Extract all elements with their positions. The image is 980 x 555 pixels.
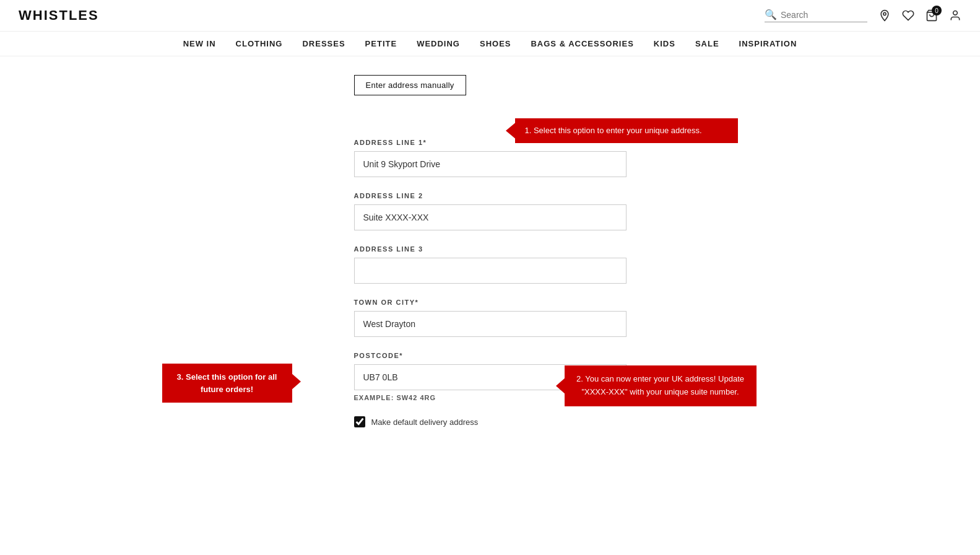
town-input[interactable] <box>354 311 627 337</box>
main-content: Enter address manually 1. Select this op… <box>0 56 980 465</box>
tooltip-2: 2. You can now enter your UK address! Up… <box>565 365 757 406</box>
wishlist-icon[interactable] <box>902 9 914 22</box>
cart-icon-wrap[interactable]: 0 <box>926 9 938 22</box>
search-input[interactable] <box>781 10 867 20</box>
location-icon[interactable] <box>878 9 891 22</box>
search-icon: 🔍 <box>765 9 777 20</box>
search-box[interactable]: 🔍 <box>765 9 867 22</box>
tooltip-3: 3. Select this option for all future ord… <box>162 364 292 403</box>
form-container: Enter address manually 1. Select this op… <box>342 75 639 427</box>
default-delivery-row: Make default delivery address <box>354 416 627 427</box>
address-line1-input[interactable] <box>354 151 627 177</box>
address-line3-group: ADDRESS LINE 3 <box>354 245 627 284</box>
address-line2-group: ADDRESS LINE 2 2. You can now enter your… <box>354 192 627 230</box>
nav-item-petite[interactable]: PETITE <box>365 39 397 48</box>
enter-address-button[interactable]: Enter address manually <box>354 75 466 95</box>
header-icons: 🔍 0 <box>765 9 961 22</box>
logo: WHISTLES <box>19 7 99 24</box>
address-line2-input[interactable] <box>354 204 627 230</box>
default-delivery-label[interactable]: Make default delivery address <box>371 417 479 427</box>
nav-item-new-in[interactable]: NEW IN <box>183 39 216 48</box>
tooltip-1: 1. Select this option to enter your uniq… <box>515 118 738 143</box>
address-line1-group: ADDRESS LINE 1* <box>354 139 627 177</box>
nav-item-sale[interactable]: SALE <box>695 39 719 48</box>
user-icon[interactable] <box>949 9 961 22</box>
town-label: TOWN OR CITY* <box>354 299 627 306</box>
svg-point-0 <box>883 12 886 15</box>
header: WHISTLES 🔍 0 <box>0 0 980 32</box>
nav-item-shoes[interactable]: SHOES <box>480 39 511 48</box>
nav-item-wedding[interactable]: WEDDING <box>417 39 460 48</box>
main-nav: NEW IN CLOTHING DRESSES PETITE WEDDING S… <box>0 32 980 56</box>
svg-point-2 <box>953 11 958 15</box>
address-line3-input[interactable] <box>354 258 627 284</box>
cart-badge: 0 <box>932 6 942 15</box>
nav-item-bags[interactable]: BAGS & ACCESSORIES <box>531 39 633 48</box>
default-delivery-checkbox[interactable] <box>354 416 365 427</box>
address-line3-label: ADDRESS LINE 3 <box>354 245 627 253</box>
nav-item-clothing[interactable]: CLOTHING <box>236 39 283 48</box>
town-group: TOWN OR CITY* <box>354 299 627 337</box>
nav-item-dresses[interactable]: DRESSES <box>302 39 345 48</box>
postcode-label: POSTCODE* <box>354 352 627 359</box>
nav-item-kids[interactable]: KIDS <box>654 39 675 48</box>
nav-item-inspiration[interactable]: INSPIRATION <box>739 39 797 48</box>
address-line2-label: ADDRESS LINE 2 <box>354 192 627 199</box>
